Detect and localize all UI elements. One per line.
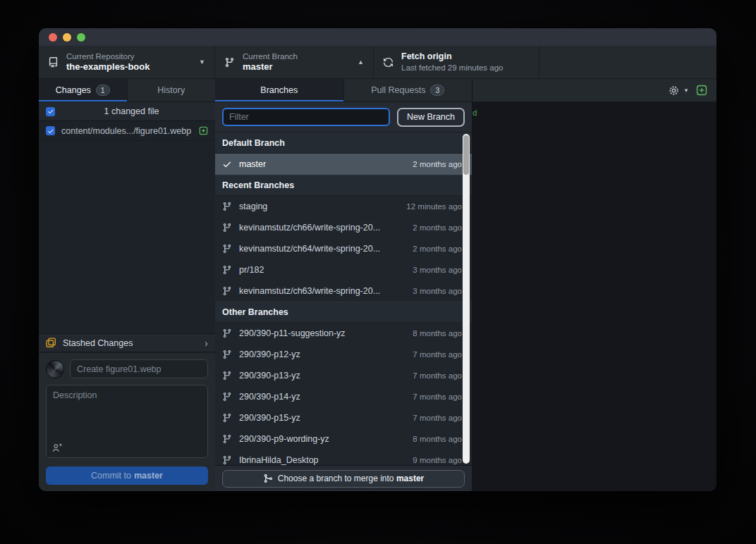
- branch-row[interactable]: 290/390-p9-wording-yz8 months ago: [215, 428, 472, 450]
- pull-requests-count-badge: 3: [430, 85, 444, 96]
- current-branch-label: Current Branch: [243, 51, 298, 61]
- file-checkbox[interactable]: [46, 126, 55, 135]
- branch-last-updated: 8 months ago: [406, 329, 462, 338]
- tab-pull-requests-label: Pull Requests: [371, 85, 425, 95]
- branch-name: pr/182: [239, 265, 264, 275]
- merge-button-prefix: Choose a branch to merge into: [278, 474, 396, 483]
- branches-tabbar: Branches Pull Requests 3: [215, 79, 472, 102]
- branch-name: 290/390-p11-suggestion-yz: [239, 328, 346, 338]
- branch-last-updated: 7 months ago: [406, 371, 462, 380]
- current-repository-label: Current Repository: [66, 51, 150, 61]
- commit-button-prefix: Commit to: [91, 471, 131, 481]
- main-content: ▼ d: [472, 79, 717, 491]
- zoom-window-button[interactable]: [77, 33, 85, 42]
- desktop-background: Current Repository the-examples-book ▼ C…: [0, 0, 756, 544]
- branch-row[interactable]: kevinamstutz/ch66/write-spring-20...2 mo…: [215, 217, 472, 238]
- sidebar-tabbar: Changes 1 History: [39, 79, 215, 102]
- branch-row[interactable]: 290/390-p14-yz7 months ago: [215, 386, 472, 407]
- chevron-up-icon: ▲: [349, 58, 364, 66]
- add-coauthor-icon[interactable]: [52, 443, 63, 453]
- current-branch-dropdown[interactable]: Current Branch master ▲: [215, 46, 374, 78]
- current-branch-value: master: [243, 61, 298, 73]
- tab-branches-label: Branches: [260, 85, 298, 95]
- chevron-down-icon: ▼: [190, 58, 205, 66]
- github-desktop-window: Current Repository the-examples-book ▼ C…: [39, 28, 717, 491]
- branch-row[interactable]: kevinamstutz/ch64/write-spring-20...2 mo…: [215, 238, 472, 259]
- choose-branch-to-merge-button[interactable]: Choose a branch to merge into master: [222, 470, 465, 488]
- branch-name: 290/390-p12-yz: [239, 350, 300, 359]
- branch-section-header: Default Branch: [215, 132, 472, 154]
- commit-description-input[interactable]: [47, 385, 207, 436]
- branch-name: IbrinaHilda_Desktop: [239, 455, 319, 465]
- scrollbar-thumb[interactable]: [463, 135, 469, 175]
- changed-files-count: 1 changed file: [55, 106, 208, 116]
- git-branch-icon: [222, 328, 233, 338]
- changed-file-row[interactable]: content/modules.../figure01.webp: [39, 121, 215, 141]
- branch-name: master: [239, 159, 266, 169]
- branch-list: Default Branchmaster2 months agoRecent B…: [215, 132, 472, 465]
- background-text-fragment: d: [472, 109, 477, 117]
- current-repository-dropdown[interactable]: Current Repository the-examples-book ▼: [39, 46, 215, 78]
- commit-summary-input[interactable]: [70, 359, 208, 378]
- branch-row[interactable]: 290/390-p11-suggestion-yz8 months ago: [215, 323, 472, 344]
- branch-row[interactable]: 290/390-p13-yz7 months ago: [215, 365, 472, 386]
- branch-filter-row: New Branch: [215, 102, 472, 132]
- branch-last-updated: 7 months ago: [406, 392, 462, 401]
- git-branch-icon: [222, 350, 233, 359]
- branch-name: 290/390-p13-yz: [239, 371, 300, 381]
- tab-history[interactable]: History: [128, 79, 216, 101]
- select-all-checkbox[interactable]: [46, 107, 55, 116]
- branch-name: kevinamstutz/ch66/write-spring-20...: [239, 223, 380, 233]
- branch-last-updated: 7 months ago: [406, 414, 462, 422]
- titlebar: [39, 28, 717, 46]
- merge-button-branch: master: [396, 474, 424, 483]
- changed-files-header: 1 changed file: [39, 102, 215, 121]
- current-repository-value: the-examples-book: [66, 61, 150, 73]
- branch-last-updated: 3 months ago: [406, 266, 462, 274]
- branch-row[interactable]: 290/390-p15-yz7 months ago: [215, 407, 472, 428]
- git-branch-icon: [222, 392, 233, 402]
- avatar: [46, 360, 64, 378]
- branch-name: 290/390-p15-yz: [239, 413, 300, 423]
- close-window-button[interactable]: [49, 33, 57, 42]
- commit-to-master-button[interactable]: Commit to master: [46, 466, 208, 485]
- git-merge-icon: [263, 474, 273, 483]
- branch-filter-input[interactable]: [222, 108, 390, 126]
- branch-row[interactable]: 290/390-p12-yz7 months ago: [215, 344, 472, 365]
- chevron-down-icon[interactable]: ▼: [683, 87, 689, 94]
- branch-row[interactable]: kevinamstutz/ch63/write-spring-20...3 mo…: [215, 280, 472, 302]
- minimize-window-button[interactable]: [63, 33, 71, 42]
- branch-last-updated: 3 months ago: [406, 287, 462, 295]
- check-icon: [222, 159, 233, 169]
- tab-changes[interactable]: Changes 1: [39, 79, 128, 101]
- branch-name: kevinamstutz/ch64/write-spring-20...: [239, 244, 380, 254]
- branch-last-updated: 2 months ago: [406, 160, 462, 168]
- changes-sidebar: Changes 1 History 1 changed file content…: [39, 79, 215, 491]
- tab-pull-requests[interactable]: Pull Requests 3: [344, 79, 472, 101]
- git-branch-icon: [222, 371, 233, 381]
- git-branch-icon: [222, 413, 233, 423]
- git-branch-icon: [222, 244, 233, 254]
- branch-section-header: Other Branches: [215, 302, 472, 323]
- changed-file-list: content/modules.../figure01.webp: [39, 121, 215, 141]
- branch-name: 290/390-p14-yz: [239, 392, 300, 402]
- git-branch-icon: [222, 265, 233, 275]
- gear-icon[interactable]: [669, 85, 679, 96]
- git-branch-icon: [222, 223, 233, 233]
- fetch-origin-sublabel: Last fetched 29 minutes ago: [401, 63, 504, 73]
- tab-branches[interactable]: Branches: [215, 79, 344, 101]
- branch-row[interactable]: master2 months ago: [215, 154, 472, 175]
- fetch-origin-button[interactable]: Fetch origin Last fetched 29 minutes ago: [374, 46, 539, 78]
- changes-count-badge: 1: [96, 85, 110, 96]
- branch-row[interactable]: IbrinaHilda_Desktop9 months ago: [215, 450, 472, 465]
- scrollbar-track[interactable]: [463, 134, 470, 464]
- stash-icon: [46, 338, 56, 348]
- tab-history-label: History: [157, 85, 185, 95]
- new-branch-button[interactable]: New Branch: [397, 108, 465, 127]
- file-path: content/modules.../figure01.webp: [61, 126, 193, 136]
- branch-last-updated: 2 months ago: [406, 223, 462, 232]
- git-branch-icon: [222, 455, 233, 465]
- stashed-changes-row[interactable]: Stashed Changes ›: [39, 333, 215, 352]
- branch-row[interactable]: pr/1823 months ago: [215, 259, 472, 280]
- branch-row[interactable]: staging12 minutes ago: [215, 196, 472, 217]
